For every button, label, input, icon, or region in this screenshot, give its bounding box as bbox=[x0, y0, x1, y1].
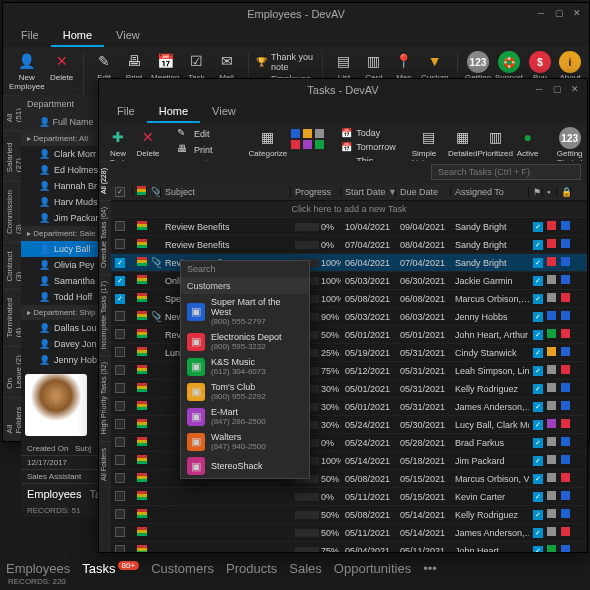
checkbox[interactable] bbox=[115, 473, 125, 483]
cat-gray[interactable] bbox=[315, 129, 324, 138]
cat-purple[interactable] bbox=[303, 140, 312, 149]
table-row[interactable]: 50%05/08/202105/14/2021Kelly Rodriguez✓ bbox=[111, 506, 587, 524]
col-priority-icon[interactable] bbox=[133, 186, 147, 197]
tab-home[interactable]: Home bbox=[51, 25, 104, 47]
checkbox[interactable] bbox=[115, 419, 125, 429]
col-check[interactable]: ✓ bbox=[111, 186, 133, 197]
popup-item[interactable]: ▣ K&S Music (612) 304-6073 bbox=[181, 354, 309, 379]
popup-item[interactable]: ▣ Super Mart of the West (800) 555-2797 bbox=[181, 294, 309, 329]
task-side-tab[interactable]: Incomplete Tasks (17) bbox=[99, 274, 111, 355]
checkbox[interactable] bbox=[115, 455, 125, 465]
checkbox[interactable] bbox=[115, 509, 125, 519]
sidebar-tab[interactable]: Contract (3) bbox=[3, 242, 21, 290]
tab-view[interactable]: View bbox=[104, 25, 152, 47]
cat-red[interactable] bbox=[291, 140, 300, 149]
popup-item[interactable]: ▣ E-Mart (847) 286-2500 bbox=[181, 404, 309, 429]
flag-checkbox[interactable]: ✓ bbox=[533, 276, 543, 286]
checkbox[interactable] bbox=[115, 491, 125, 501]
task-side-tab[interactable]: All Folders bbox=[99, 441, 111, 487]
bottom-tab-employees[interactable]: Employees bbox=[6, 561, 70, 576]
sidebar-tab[interactable]: Terminated (4) bbox=[3, 289, 21, 346]
maximize-icon[interactable]: ▢ bbox=[549, 82, 565, 96]
cat-blue[interactable] bbox=[291, 129, 300, 138]
today-button[interactable]: 📅Today bbox=[341, 127, 396, 139]
flag-checkbox[interactable]: ✓ bbox=[533, 312, 543, 322]
tab-home[interactable]: Home bbox=[147, 101, 200, 123]
bottom-tab-products[interactable]: Products bbox=[226, 561, 277, 576]
cat-green[interactable] bbox=[315, 140, 324, 149]
bottom-tab-customers[interactable]: Customers bbox=[151, 561, 214, 576]
checkbox[interactable]: ✓ bbox=[115, 294, 125, 304]
qlink-thank[interactable]: 🏆Thank you note bbox=[256, 51, 315, 73]
categorize-button[interactable]: ▦Categorize bbox=[249, 127, 288, 158]
checkbox[interactable] bbox=[115, 437, 125, 447]
col-progress[interactable]: Progress bbox=[291, 187, 341, 197]
popup-search[interactable]: Search bbox=[181, 261, 309, 278]
table-row[interactable]: 0%05/11/202105/15/2021Kevin Carter✓ bbox=[111, 488, 587, 506]
task-side-tab[interactable]: All (228) bbox=[99, 161, 111, 200]
close-icon[interactable]: ✕ bbox=[569, 6, 585, 20]
flag-checkbox[interactable]: ✓ bbox=[533, 474, 543, 484]
table-row[interactable]: 75%05/04/202105/11/2021John Heart✓ bbox=[111, 542, 587, 552]
table-row[interactable]: Review Benefits0%10/04/202109/04/2021San… bbox=[111, 218, 587, 236]
cat-yellow[interactable] bbox=[303, 129, 312, 138]
prioritized-button[interactable]: ▥Prioritized bbox=[480, 127, 511, 158]
checkbox[interactable] bbox=[115, 311, 125, 321]
sidebar-tab[interactable]: All (51) bbox=[3, 95, 21, 130]
print-icon[interactable]: 🖶 bbox=[177, 143, 191, 157]
checkbox[interactable] bbox=[115, 329, 125, 339]
col-start[interactable]: Start Date ▼ bbox=[341, 187, 396, 197]
bottom-tab-sales[interactable]: Sales bbox=[289, 561, 322, 576]
search-input[interactable] bbox=[431, 164, 581, 180]
flag-checkbox[interactable]: ✓ bbox=[533, 420, 543, 430]
flag-checkbox[interactable]: ✓ bbox=[533, 546, 543, 552]
new-employee-button[interactable]: 👤New Employee bbox=[9, 51, 45, 91]
flag-checkbox[interactable]: ✓ bbox=[533, 438, 543, 448]
new-task-row[interactable]: Click here to add a new Task bbox=[111, 201, 587, 218]
col-attachment-icon[interactable]: 📎 bbox=[147, 187, 161, 197]
flag-checkbox[interactable]: ✓ bbox=[533, 384, 543, 394]
checkbox[interactable] bbox=[115, 545, 125, 553]
bottom-tab-tasks[interactable]: Tasks80+ bbox=[82, 561, 139, 576]
maximize-icon[interactable]: ▢ bbox=[551, 6, 567, 20]
tab-file[interactable]: File bbox=[105, 101, 147, 123]
edit-icon[interactable]: ✎ bbox=[177, 127, 191, 141]
checkbox[interactable] bbox=[115, 221, 125, 231]
flag-checkbox[interactable]: ✓ bbox=[533, 348, 543, 358]
checkbox[interactable] bbox=[115, 347, 125, 357]
checkbox[interactable] bbox=[115, 365, 125, 375]
sidebar-tab[interactable]: All Folders bbox=[3, 397, 21, 441]
folder-employees[interactable]: Employees bbox=[27, 488, 81, 500]
tab-view[interactable]: View bbox=[200, 101, 248, 123]
col-subject[interactable]: Subject bbox=[161, 187, 291, 197]
popup-item[interactable]: ▣ Electronics Depot (800) 595-3232 bbox=[181, 329, 309, 354]
delete-task-button[interactable]: ✕Delete bbox=[135, 127, 161, 158]
flag-checkbox[interactable]: ✓ bbox=[533, 528, 543, 538]
flag-checkbox[interactable]: ✓ bbox=[533, 294, 543, 304]
checkbox[interactable]: ✓ bbox=[115, 258, 125, 268]
popup-item[interactable]: ▣ Tom's Club (800) 955-2292 bbox=[181, 379, 309, 404]
flag-checkbox[interactable]: ✓ bbox=[533, 240, 543, 250]
col-due[interactable]: Due Date bbox=[396, 187, 451, 197]
sidebar-tab[interactable]: Salaried (27) bbox=[3, 130, 21, 180]
col-flag-icon[interactable]: ⚑ bbox=[529, 187, 543, 197]
col-cat2[interactable]: 🔒 bbox=[557, 187, 571, 197]
flag-checkbox[interactable]: ✓ bbox=[533, 366, 543, 376]
tomorrow-button[interactable]: 📅Tomorrow bbox=[341, 141, 396, 153]
task-side-tab[interactable]: High Priority Tasks (32) bbox=[99, 355, 111, 440]
flag-checkbox[interactable]: ✓ bbox=[533, 330, 543, 340]
checkbox[interactable] bbox=[115, 401, 125, 411]
flag-checkbox[interactable]: ✓ bbox=[533, 492, 543, 502]
active-button[interactable]: ●Active bbox=[515, 127, 541, 158]
minimize-icon[interactable]: ─ bbox=[531, 82, 547, 96]
sidebar-tab[interactable]: Commission (3) bbox=[3, 181, 21, 242]
sidebar-tab[interactable]: On Leave (2) bbox=[3, 346, 21, 397]
bottom-tab-opportunities[interactable]: Opportunities bbox=[334, 561, 411, 576]
flag-checkbox[interactable]: ✓ bbox=[533, 258, 543, 268]
popup-item[interactable]: ▣ Walters (847) 940-2500 bbox=[181, 429, 309, 454]
checkbox[interactable]: ✓ bbox=[115, 276, 125, 286]
table-row[interactable]: Review Benefits0%07/04/202108/04/2021San… bbox=[111, 236, 587, 254]
col-cat1[interactable]: ▪ bbox=[543, 187, 557, 197]
more-icon[interactable]: ••• bbox=[423, 561, 437, 576]
checkbox[interactable] bbox=[115, 239, 125, 249]
